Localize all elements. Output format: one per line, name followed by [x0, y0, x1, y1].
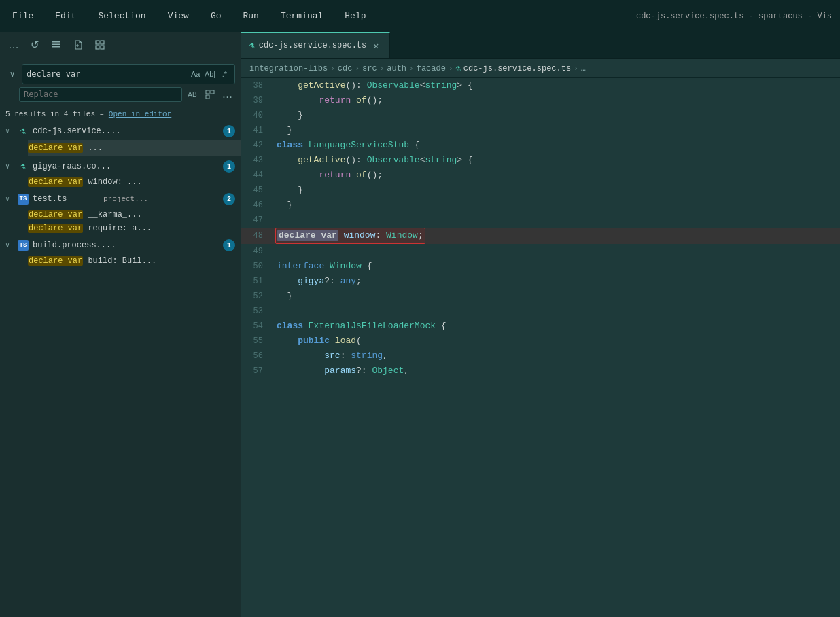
collapse-all-button[interactable]	[91, 36, 109, 54]
match-whole-word-button[interactable]: Ab|	[204, 67, 215, 82]
line-number-39: 39	[241, 93, 274, 108]
tab-cdc-js[interactable]: ⚗ cdc-js.service.spec.ts ✕	[241, 32, 390, 58]
search-highlight-4: declare var	[28, 256, 83, 266]
search-row: ∨ Aa Ab| .*	[5, 64, 235, 84]
code-line-39: 39 return of();	[241, 93, 840, 108]
code-editor[interactable]: 38 getActive(): Observable<string> { 39 …	[241, 78, 840, 617]
code-line-41: 41 }	[241, 123, 840, 138]
refresh-button[interactable]: ↺	[26, 36, 43, 54]
match-row-container-3b: declare var require: a...	[0, 222, 241, 235]
chevron-down-icon-2: ∨	[5, 162, 14, 171]
clear-results-button[interactable]	[48, 36, 65, 54]
breadcrumb-file[interactable]: cdc-js.service.spec.ts	[463, 64, 571, 73]
replace-toggle[interactable]: ∨	[5, 67, 19, 81]
search-highlight-2: declare var	[28, 177, 83, 187]
file-header-test[interactable]: ∨ TS test.ts project... 2	[0, 190, 241, 208]
file-header-gigya[interactable]: ∨ ⚗ gigya-raas.co... 1	[0, 158, 241, 175]
match-list-2: declare var window: ...	[0, 175, 241, 189]
search-highlight-3a: declare var	[28, 210, 83, 219]
line-number-45: 45	[241, 183, 274, 198]
line-content-43: getActive(): Observable<string> {	[274, 153, 840, 168]
menu-run[interactable]: Run	[239, 8, 262, 24]
menu-edit[interactable]: Edit	[51, 8, 80, 24]
use-regex-button[interactable]: .*	[219, 67, 230, 82]
line-number-52: 52	[241, 289, 274, 304]
ts-icon-1: TS	[18, 194, 29, 205]
menu-selection[interactable]: Selection	[94, 8, 150, 24]
indent-bar-3b	[22, 222, 22, 235]
code-line-40: 40 }	[241, 108, 840, 123]
code-line-53: 53	[241, 304, 840, 319]
match-row-container-4: declare var build: Buil...	[0, 254, 241, 268]
line-content-57: _params?: Object,	[274, 364, 840, 378]
replace-input[interactable]	[24, 90, 177, 99]
line-number-50: 50	[241, 259, 274, 274]
ellipsis-button[interactable]: …	[5, 39, 22, 51]
match-row-container-1: declare var ...	[0, 140, 241, 156]
match-case-button[interactable]: Aa	[190, 67, 201, 82]
match-item-3b[interactable]: declare var require: a...	[28, 222, 241, 235]
breadcrumb-src[interactable]: src	[362, 64, 377, 73]
svg-rect-1	[52, 44, 60, 46]
menu-file[interactable]: File	[8, 8, 37, 24]
line-content-51: gigya?: any;	[274, 274, 840, 289]
badge-2: 1	[223, 160, 235, 173]
chevron-down-icon-4: ∨	[5, 241, 14, 249]
line-content-53	[274, 304, 840, 319]
line-content-44: return of();	[274, 168, 840, 183]
search-input[interactable]	[27, 69, 187, 79]
line-content-48: declare var window: Window;	[274, 228, 840, 244]
code-line-45: 45 }	[241, 183, 840, 198]
line-number-44: 44	[241, 168, 274, 183]
breadcrumb-facade[interactable]: facade	[417, 64, 446, 73]
menu-view[interactable]: View	[164, 8, 193, 24]
badge-3: 2	[223, 193, 235, 205]
code-line-54: 54 class ExternalJsFileLoaderMock {	[241, 319, 840, 334]
replace-preserve-case-button[interactable]	[203, 87, 217, 102]
line-number-51: 51	[241, 274, 274, 289]
code-line-44: 44 return of();	[241, 168, 840, 183]
match-text-1: declare var ...	[28, 143, 205, 153]
match-item-4[interactable]: declare var build: Buil...	[28, 254, 241, 268]
replace-match-btn-1[interactable]	[209, 142, 222, 154]
dismiss-match-btn-1[interactable]: ✕	[223, 142, 235, 154]
match-list-1: declare var ...	[0, 140, 241, 156]
file-group-4: ∨ TS build.process.... 1 declare var bui…	[0, 236, 241, 268]
match-text-4: declare var build: Buil...	[28, 256, 235, 266]
breadcrumb-auth[interactable]: auth	[387, 64, 406, 73]
open-in-editor-link[interactable]: Open in editor	[109, 110, 171, 118]
new-file-button[interactable]	[69, 36, 87, 54]
line-content-41: }	[274, 123, 840, 138]
match-item-3a[interactable]: declare var __karma_...	[28, 208, 241, 222]
match-text-2: declare var window: ...	[28, 177, 235, 187]
svg-rect-6	[101, 46, 104, 49]
match-item-1[interactable]: declare var ...	[28, 140, 241, 156]
line-number-53: 53	[241, 304, 274, 319]
match-item-2[interactable]: declare var window: ...	[28, 175, 241, 189]
replace-dots-button[interactable]: …	[220, 87, 235, 102]
badge-1: 1	[223, 125, 235, 137]
tab-close-button[interactable]: ✕	[370, 40, 381, 51]
match-text-3a: declare var __karma_...	[28, 210, 235, 219]
svg-rect-11	[216, 149, 219, 152]
title-bar: File Edit Selection View Go Run Terminal…	[0, 0, 840, 32]
line-number-57: 57	[241, 364, 274, 378]
chevron-down-icon-3: ∨	[5, 195, 14, 203]
breadcrumb-integration-libs[interactable]: integration-libs	[249, 64, 328, 73]
line-number-40: 40	[241, 108, 274, 123]
menu-bar: File Edit Selection View Go Run Terminal…	[8, 8, 370, 24]
file-header-cdc-js[interactable]: ∨ ⚗ cdc-js.service.... 1	[0, 122, 241, 140]
tab-bar: ⚗ cdc-js.service.spec.ts ✕	[241, 32, 840, 59]
menu-go[interactable]: Go	[207, 8, 226, 24]
breadcrumb-cdc[interactable]: cdc	[338, 64, 353, 73]
svg-rect-9	[206, 95, 209, 99]
line-number-48: 48	[241, 228, 274, 243]
menu-help[interactable]: Help	[340, 8, 370, 24]
line-content-52: }	[274, 289, 840, 304]
search-match-box: declare var window: Window;	[275, 228, 425, 244]
menu-terminal[interactable]: Terminal	[277, 8, 327, 24]
file-header-build[interactable]: ∨ TS build.process.... 1	[0, 236, 241, 254]
search-section: ∨ Aa Ab| .* AB	[0, 58, 241, 107]
svg-rect-4	[101, 41, 104, 44]
replace-all-button[interactable]: AB	[185, 87, 200, 102]
